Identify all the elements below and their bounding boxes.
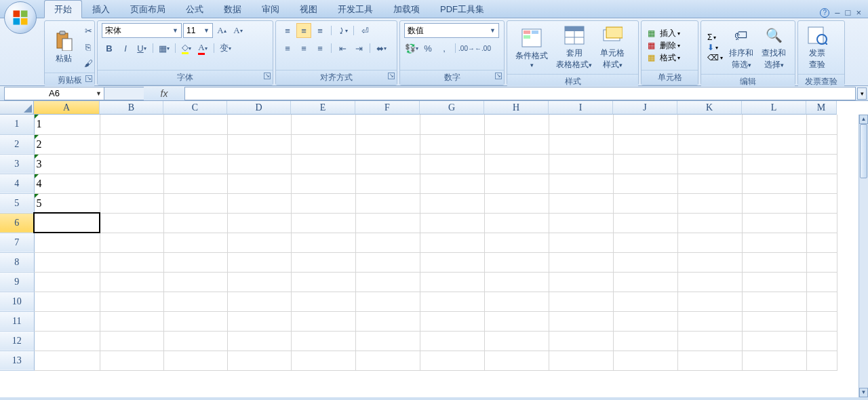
row-header-4[interactable]: 4	[0, 174, 34, 193]
conditional-formatting-button[interactable]: 条件格式▾	[511, 26, 552, 70]
cell-E6[interactable]	[291, 213, 355, 233]
cell-I6[interactable]	[549, 213, 613, 233]
format-cells-button[interactable]: ▦ 格式▾	[648, 52, 680, 64]
cell-B4[interactable]	[100, 174, 163, 193]
cell-J13[interactable]	[613, 351, 677, 370]
cell-G9[interactable]	[420, 272, 484, 292]
cell-I2[interactable]	[549, 134, 613, 154]
cell-D1[interactable]	[227, 115, 291, 134]
cell-M2[interactable]	[806, 134, 837, 154]
cell-I8[interactable]	[549, 252, 613, 272]
tab-insert[interactable]: 插入	[82, 0, 120, 18]
italic-button[interactable]: I	[118, 41, 133, 56]
cell-A3[interactable]: 3	[34, 154, 100, 174]
row-header-9[interactable]: 9	[0, 272, 34, 292]
cell-G13[interactable]	[420, 351, 484, 370]
align-right-button[interactable]: ≡	[313, 41, 328, 56]
cell-I5[interactable]	[549, 193, 613, 213]
cell-D10[interactable]	[227, 292, 291, 311]
row-header-5[interactable]: 5	[0, 193, 34, 213]
cell-B5[interactable]	[100, 193, 163, 213]
cell-G10[interactable]	[420, 292, 484, 311]
cell-E3[interactable]	[291, 154, 355, 174]
insert-cells-button[interactable]: ▦ 插入▾	[648, 28, 680, 39]
increase-font-button[interactable]: A▴	[214, 23, 229, 38]
phonetic-button[interactable]: 变▾	[218, 41, 233, 56]
cell-B8[interactable]	[100, 252, 163, 272]
cell-A6[interactable]	[34, 213, 100, 233]
increase-decimal-button[interactable]: .00→	[459, 41, 474, 56]
cell-J11[interactable]	[613, 311, 677, 331]
row-header-7[interactable]: 7	[0, 233, 34, 252]
cell-G12[interactable]	[420, 331, 484, 351]
cell-G4[interactable]	[420, 174, 484, 193]
cell-C13[interactable]	[163, 351, 227, 370]
paste-button[interactable]: 粘贴	[49, 28, 79, 66]
cell-L9[interactable]	[742, 272, 806, 292]
orientation-button[interactable]: ⤸▾	[335, 23, 350, 38]
row-header-11[interactable]: 11	[0, 311, 34, 331]
cell-A2[interactable]: 2	[34, 134, 100, 154]
formula-input[interactable]	[184, 87, 856, 100]
name-box[interactable]: A6▼	[4, 87, 104, 100]
fx-icon[interactable]: fx	[144, 88, 184, 99]
cell-L7[interactable]	[742, 233, 806, 252]
find-select-button[interactable]: 🔍 查找和 选择▾	[757, 23, 790, 72]
comma-style-button[interactable]: ,	[437, 41, 452, 56]
align-top-button[interactable]: ≡	[280, 23, 295, 38]
cell-L10[interactable]	[742, 292, 806, 311]
cell-B7[interactable]	[100, 233, 163, 252]
cell-A4[interactable]: 4	[34, 174, 100, 193]
cell-J7[interactable]	[613, 233, 677, 252]
cell-H7[interactable]	[484, 233, 549, 252]
cell-H3[interactable]	[484, 154, 549, 174]
format-painter-button[interactable]: 🖌	[81, 56, 96, 71]
cell-A11[interactable]	[34, 311, 100, 331]
tab-home[interactable]: 开始	[44, 0, 82, 18]
cell-I4[interactable]	[549, 174, 613, 193]
row-header-6[interactable]: 6	[0, 213, 34, 233]
cell-H8[interactable]	[484, 252, 549, 272]
format-as-table-button[interactable]: 套用 表格格式▾	[552, 23, 596, 72]
cell-H5[interactable]	[484, 193, 549, 213]
cell-I10[interactable]	[549, 292, 613, 311]
cell-styles-button[interactable]: 单元格 样式▾	[596, 23, 629, 72]
cell-M4[interactable]	[806, 174, 837, 193]
row-header-13[interactable]: 13	[0, 351, 34, 370]
cell-G3[interactable]	[420, 154, 484, 174]
row-header-3[interactable]: 3	[0, 154, 34, 174]
cell-C5[interactable]	[163, 193, 227, 213]
cell-L6[interactable]	[742, 213, 806, 233]
cell-E9[interactable]	[291, 272, 355, 292]
cell-C10[interactable]	[163, 292, 227, 311]
cell-J4[interactable]	[613, 174, 677, 193]
cell-E4[interactable]	[291, 174, 355, 193]
cell-B9[interactable]	[100, 272, 163, 292]
cell-F10[interactable]	[355, 292, 420, 311]
cell-D5[interactable]	[227, 193, 291, 213]
fill-color-button[interactable]: ◇▾	[179, 41, 194, 56]
align-center-button[interactable]: ≡	[296, 41, 311, 56]
cell-D7[interactable]	[227, 233, 291, 252]
cell-C7[interactable]	[163, 233, 227, 252]
cell-E10[interactable]	[291, 292, 355, 311]
font-color-button[interactable]: A▾	[195, 41, 210, 56]
cell-H1[interactable]	[484, 115, 549, 134]
row-header-1[interactable]: 1	[0, 115, 34, 134]
cell-E8[interactable]	[291, 252, 355, 272]
help-icon[interactable]: ?	[820, 8, 829, 18]
cell-K7[interactable]	[677, 233, 742, 252]
borders-button[interactable]: ▦▾	[157, 41, 172, 56]
cell-A12[interactable]	[34, 331, 100, 351]
cell-L13[interactable]	[742, 351, 806, 370]
cell-E5[interactable]	[291, 193, 355, 213]
align-left-button[interactable]: ≡	[280, 41, 295, 56]
cell-K4[interactable]	[677, 174, 742, 193]
column-header-H[interactable]: H	[484, 101, 549, 115]
cell-I3[interactable]	[549, 154, 613, 174]
column-header-B[interactable]: B	[100, 101, 163, 115]
cell-J12[interactable]	[613, 331, 677, 351]
cell-E12[interactable]	[291, 331, 355, 351]
cell-D4[interactable]	[227, 174, 291, 193]
cell-G7[interactable]	[420, 233, 484, 252]
